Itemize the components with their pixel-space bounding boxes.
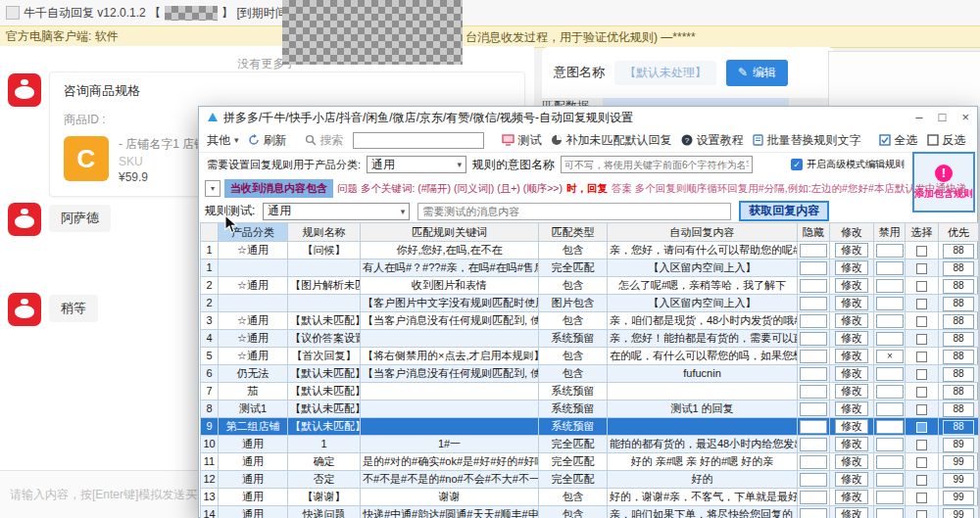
disabled-box[interactable]: × [876,350,904,363]
disabled-box[interactable] [876,385,904,399]
select-checkbox[interactable] [916,387,927,398]
priority-box[interactable]: 99 [943,455,974,470]
rule-row[interactable]: 14通用快递问题快递#中通#韵达#圆通#天天#顺丰#申通包含亲，咱们如果下单，将… [201,506,979,518]
advanced-mode-toggle[interactable]: ✓ 开启高级模式编辑规则 [791,158,905,171]
priority-box[interactable]: 89 [943,438,974,452]
priority-box[interactable]: 88 [943,350,974,364]
rule-row[interactable]: 2【客户图片中文字没有规则匹配时使用】图片包含【入区留内空间上入】修改88 [201,295,979,312]
priority-box[interactable]: 88 [943,367,974,382]
header-rule-name[interactable]: 规则名称 [288,223,361,242]
header-modify[interactable]: 修改 [830,223,874,242]
hidden-box[interactable] [800,438,827,451]
hidden-box[interactable] [800,279,827,293]
modify-button[interactable]: 修改 [835,278,868,293]
hidden-box[interactable] [800,350,827,363]
hidden-box[interactable] [800,314,827,328]
disabled-box[interactable] [876,455,904,469]
invert-select-button[interactable]: 反选 [927,132,966,149]
search-input[interactable] [353,132,484,149]
header-hidden[interactable]: 隐藏 [798,223,830,242]
disabled-box[interactable] [876,420,904,434]
modify-button[interactable]: 修改 [835,313,868,328]
select-checkbox[interactable] [916,493,927,503]
rule-row[interactable]: 4☆通用【议价答案设置】系统预留亲，您好！能拍都是有货的，需要可以直接拍下呢修改… [201,330,979,348]
priority-box[interactable]: 99 [943,473,974,488]
priority-box[interactable]: 99 [943,491,974,505]
hidden-box[interactable] [800,244,827,258]
priority-box[interactable]: 88 [943,420,974,435]
select-all-button[interactable]: 全选 [879,132,918,149]
disabled-box[interactable] [876,332,904,346]
disabled-box[interactable] [876,314,904,328]
select-checkbox[interactable] [916,316,927,327]
priority-box[interactable]: 88 [943,261,974,276]
rule-row[interactable]: 13通用【谢谢】谢谢包含好的，谢谢#亲，不客气，下单就是最好的感谢和支修改99 [201,489,979,506]
disabled-box[interactable] [876,402,904,416]
hidden-box[interactable] [800,420,827,434]
modify-button[interactable]: 修改 [835,507,868,518]
select-checkbox[interactable] [916,422,927,433]
priority-box[interactable]: 99 [943,508,974,518]
disabled-box[interactable] [876,438,904,451]
batch-replace-button[interactable]: 批量替换规则文字 [753,132,861,149]
select-checkbox[interactable] [916,510,927,518]
modify-button[interactable]: 修改 [835,454,868,469]
modify-button[interactable]: 修改 [835,419,868,434]
priority-box[interactable]: 88 [943,385,974,400]
select-checkbox[interactable] [916,369,927,380]
close-button[interactable]: × [961,107,969,128]
modify-button[interactable]: 修改 [835,490,868,504]
hidden-box[interactable] [800,261,827,275]
hidden-box[interactable] [800,455,827,469]
hidden-box[interactable] [800,508,827,518]
rule-row[interactable]: 5☆通用【首次回复】【将右侧禁用的×点去,才启用本规则】包含在的呢，有什么可以帮… [201,348,979,365]
rule-name-input[interactable] [561,156,753,173]
select-checkbox[interactable] [916,440,927,450]
priority-box[interactable]: 88 [943,314,974,329]
get-reply-button[interactable]: 获取回复内容 [739,201,829,221]
select-checkbox[interactable] [916,263,927,274]
disabled-box[interactable] [876,279,904,293]
modify-button[interactable]: 修改 [835,437,868,451]
fill-default-button[interactable]: 补加未匹配默认回复 [551,132,672,149]
modify-button[interactable]: 修改 [835,384,868,399]
test-button[interactable]: 测试 [502,132,542,149]
header-keywords[interactable]: 匹配规则关键词 [361,223,539,242]
header-reply[interactable]: 自动回复内容 [608,223,798,242]
modify-button[interactable]: 修改 [835,349,868,363]
priority-box[interactable]: 88 [943,297,974,311]
minimize-button[interactable]: – [915,107,922,128]
edit-button[interactable]: ✎ 编辑 [726,60,788,86]
select-checkbox[interactable] [916,281,927,292]
disabled-box[interactable] [876,473,904,487]
modify-button[interactable]: 修改 [835,401,868,416]
priority-box[interactable]: 88 [943,332,974,347]
select-checkbox[interactable] [916,404,927,415]
modify-button[interactable]: 修改 [835,366,868,381]
header-match-type[interactable]: 匹配类型 [539,223,608,242]
rule-row[interactable]: 11通用确定是的#对的#确实#ok#是#好#好的#好哦#好啊完全匹配好的 亲#嗯… [201,453,979,471]
select-checkbox[interactable] [916,299,927,309]
rule-row[interactable]: 9第二组店铺【默认未匹配】系统预留修改88 [201,418,979,436]
dialog-titlebar[interactable]: 拼多多/千牛/快手小店/抖音/闲鱼/微店/京东/有赞/微信/视频号-自动回复规则… [199,107,977,128]
disabled-box[interactable] [876,367,904,381]
select-checkbox[interactable] [916,334,927,345]
disabled-box[interactable] [876,491,904,504]
select-checkbox[interactable] [916,352,927,362]
rule-row[interactable]: 6仍无法【默认未匹配】【当客户消息没有任何规则匹配到, 使用这里的包含fufuc… [201,365,979,383]
select-checkbox[interactable] [916,246,927,257]
modify-button[interactable]: 修改 [835,331,868,346]
hidden-box[interactable] [800,367,827,381]
rule-row[interactable]: 1有人在吗#？#??#亲，在吗#在吗#售后#亲在吗#完全匹配【入区留内空间上入】… [201,259,979,277]
modify-button[interactable]: 修改 [835,472,868,487]
disabled-box[interactable] [876,244,904,258]
priority-box[interactable]: 88 [943,244,974,259]
rule-row[interactable]: 12通用否定不#不是#不是的#no#不会#不大#不一定#不占#不完全匹配好的修改… [201,471,979,489]
rule-row[interactable]: 2☆通用【图片解析未匹配】收到图片和表情包含怎么了呢#嗯，亲稍等哈，我了解下修改… [201,277,979,295]
category-filter-select[interactable]: 通用 ▾ [367,156,466,173]
hidden-box[interactable] [800,297,827,310]
priority-box[interactable]: 88 [943,279,974,294]
hidden-box[interactable] [800,385,827,399]
modify-button[interactable]: 修改 [835,260,868,275]
disabled-box[interactable] [876,261,904,275]
